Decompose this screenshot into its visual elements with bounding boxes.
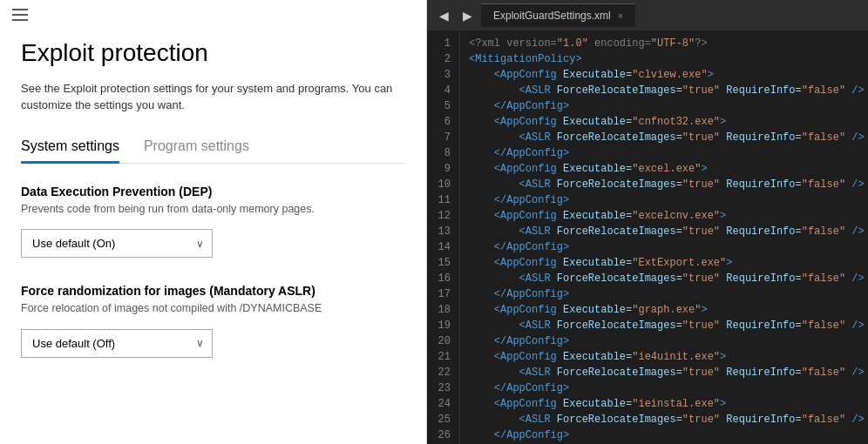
code-line-21: <AppConfig Executable="ie4uinit.exe">: [469, 349, 859, 365]
hamburger-line-3: [12, 19, 28, 21]
code-line-2: <MitigationPolicy>: [469, 51, 859, 67]
line-number-4: 4: [436, 83, 451, 98]
code-line-18: <AppConfig Executable="graph.exe">: [469, 302, 859, 318]
code-line-11: </AppConfig>: [469, 192, 859, 208]
editor-tab-close-button[interactable]: ×: [618, 10, 623, 21]
line-number-11: 11: [436, 192, 451, 208]
line-number-7: 7: [436, 130, 451, 145]
section-aslr: Force randomization for images (Mandator…: [21, 284, 405, 358]
page-title: Exploit protection: [21, 38, 405, 68]
editor-tab-exploitguard[interactable]: ExploitGuardSettings.xml ×: [481, 3, 635, 27]
code-line-17: </AppConfig>: [469, 286, 859, 302]
code-line-13: <ASLR ForceRelocateImages="true" Require…: [469, 224, 859, 239]
line-number-6: 6: [436, 114, 451, 130]
line-number-16: 16: [436, 271, 451, 286]
tab-system-settings[interactable]: System settings: [21, 131, 119, 164]
hamburger-line-1: [12, 9, 28, 10]
line-number-8: 8: [436, 145, 451, 161]
left-panel: Exploit protection See the Exploit prote…: [0, 0, 427, 444]
line-number-10: 10: [436, 177, 451, 192]
code-line-10: <ASLR ForceRelocateImages="true" Require…: [469, 177, 859, 192]
code-line-26: </AppConfig>: [469, 427, 859, 443]
page-description: See the Exploit protection settings for …: [21, 80, 396, 114]
code-line-22: <ASLR ForceRelocateImages="true" Require…: [469, 365, 859, 380]
line-number-22: 22: [436, 365, 451, 380]
line-number-14: 14: [436, 239, 451, 255]
code-line-12: <AppConfig Executable="excelcnv.exe">: [469, 208, 859, 224]
code-line-5: </AppConfig>: [469, 98, 859, 114]
aslr-title: Force randomization for images (Mandator…: [21, 284, 405, 298]
editor-tab-filename: ExploitGuardSettings.xml: [493, 10, 611, 22]
line-number-25: 25: [436, 412, 451, 427]
code-line-1: <?xml version="1.0" encoding="UTF-8"?>: [469, 36, 859, 51]
aslr-dropdown[interactable]: Use default (Off) On Off: [21, 329, 213, 358]
hamburger-line-2: [12, 14, 28, 16]
code-line-14: </AppConfig>: [469, 239, 859, 255]
tabs-row: System settings Program settings: [21, 131, 405, 164]
line-number-24: 24: [436, 396, 451, 412]
code-line-9: <AppConfig Executable="excel.exe">: [469, 161, 859, 177]
dep-description: Prevents code from being run from data-o…: [21, 202, 405, 218]
line-number-26: 26: [436, 427, 451, 443]
line-number-21: 21: [436, 349, 451, 365]
line-number-12: 12: [436, 208, 451, 224]
dep-title: Data Execution Prevention (DEP): [21, 185, 405, 198]
code-line-4: <ASLR ForceRelocateImages="true" Require…: [469, 83, 859, 98]
hamburger-menu-button[interactable]: [0, 0, 35, 30]
line-number-2: 2: [436, 51, 451, 67]
dep-dropdown[interactable]: Use default (On) On Off: [21, 229, 213, 258]
line-number-18: 18: [436, 302, 451, 318]
code-editor: ◀ ▶ ExploitGuardSettings.xml × 123456789…: [427, 0, 868, 444]
line-number-15: 15: [436, 255, 451, 271]
line-number-1: 1: [436, 36, 451, 51]
dep-dropdown-wrapper: Use default (On) On Off ∨: [21, 229, 213, 258]
code-line-20: </AppConfig>: [469, 333, 859, 349]
code-line-15: <AppConfig Executable="ExtExport.exe">: [469, 255, 859, 271]
code-line-23: </AppConfig>: [469, 380, 859, 396]
line-number-17: 17: [436, 286, 451, 302]
code-line-25: <ASLR ForceRelocateImages="true" Require…: [469, 412, 859, 427]
aslr-dropdown-wrapper: Use default (Off) On Off ∨: [21, 329, 213, 358]
line-number-13: 13: [436, 224, 451, 239]
section-dep: Data Execution Prevention (DEP) Prevents…: [21, 185, 405, 259]
editor-titlebar: ◀ ▶ ExploitGuardSettings.xml ×: [427, 0, 868, 30]
code-line-3: <AppConfig Executable="clview.exe">: [469, 67, 859, 83]
editor-nav-back-button[interactable]: ◀: [434, 7, 454, 24]
aslr-description: Force relocation of images not compiled …: [21, 301, 405, 317]
code-line-6: <AppConfig Executable="cnfnot32.exe">: [469, 114, 859, 130]
editor-body: 1234567891011121314151617181920212223242…: [427, 30, 868, 444]
line-numbers: 1234567891011121314151617181920212223242…: [427, 30, 460, 444]
code-line-7: <ASLR ForceRelocateImages="true" Require…: [469, 130, 859, 145]
line-number-5: 5: [436, 98, 451, 114]
line-number-9: 9: [436, 161, 451, 177]
code-content[interactable]: <?xml version="1.0" encoding="UTF-8"?><M…: [460, 30, 868, 444]
line-number-23: 23: [436, 380, 451, 396]
tab-program-settings[interactable]: Program settings: [144, 131, 249, 164]
code-line-16: <ASLR ForceRelocateImages="true" Require…: [469, 271, 859, 286]
line-number-3: 3: [436, 67, 451, 83]
code-line-24: <AppConfig Executable="ieinstal.exe">: [469, 396, 859, 412]
code-line-19: <ASLR ForceRelocateImages="true" Require…: [469, 318, 859, 333]
code-line-8: </AppConfig>: [469, 145, 859, 161]
line-number-20: 20: [436, 333, 451, 349]
line-number-19: 19: [436, 318, 451, 333]
editor-nav-forward-button[interactable]: ▶: [458, 7, 478, 24]
left-content: Exploit protection See the Exploit prote…: [0, 30, 426, 405]
